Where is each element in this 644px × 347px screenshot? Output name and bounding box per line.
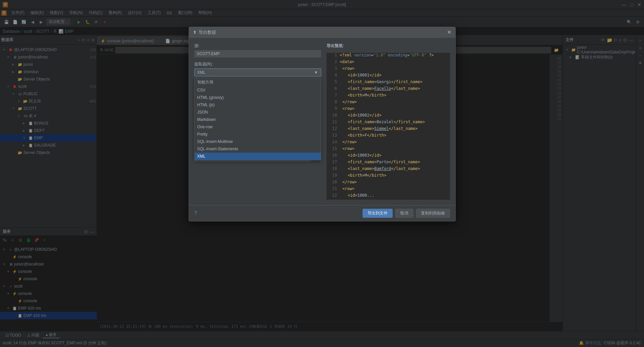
xml-line-11: 11 <first_name>Bezalel</first_name> bbox=[327, 120, 450, 126]
xml-line-4: 4 <id>10001</id> bbox=[327, 73, 450, 79]
dropdown-item-markdown[interactable]: Markdown bbox=[195, 116, 321, 123]
xml-line-13: 13 <birth>F</birth> bbox=[327, 133, 450, 140]
dropdown-item-html-js[interactable]: HTML (js) bbox=[195, 101, 321, 109]
xml-line-6: 6 <last_name>Facello</last_name> bbox=[327, 86, 450, 93]
xml-line-15: 15 <row> bbox=[327, 146, 450, 153]
extractor-dropdown: 智能方局 CSV HTML (groovy) HTML (js) JSON Ma… bbox=[194, 78, 321, 160]
xml-line-5: 5 <first_name>Georgi</first_name> bbox=[327, 79, 450, 86]
modal-title-text: 导出数据 bbox=[199, 29, 216, 35]
export-modal: ⬆ 导出数据 ✕ 源: SCOTT.EMP 提取器(R): XML ▼ bbox=[189, 27, 456, 221]
modal-overlay: ⬆ 导出数据 ✕ 源: SCOTT.EMP 提取器(R): XML ▼ bbox=[0, 0, 644, 347]
dropdown-item-sql-multirow[interactable]: SQL-Insert-Multirow bbox=[195, 138, 321, 145]
modal-body: 源: SCOTT.EMP 提取器(R): XML ▼ 智能方局 CSV bbox=[189, 38, 455, 205]
xml-line-16: 16 <id>10003</id> bbox=[327, 153, 450, 160]
extractor-group: 提取器(R): XML ▼ 智能方局 CSV HTML (groovy) HTM… bbox=[194, 61, 321, 76]
dropdown-item-one-row[interactable]: One-row bbox=[195, 123, 321, 131]
extractor-select[interactable]: XML ▼ bbox=[194, 68, 321, 76]
modal-left-panel: 源: SCOTT.EMP 提取器(R): XML ▼ 智能方局 CSV bbox=[194, 43, 321, 200]
extractor-label: 提取器(R): bbox=[194, 61, 321, 67]
xml-preview: 1 <?xml version="1.0" encoding="UTF-8" ?… bbox=[327, 53, 450, 200]
source-value: SCOTT.EMP bbox=[194, 50, 321, 57]
cancel-btn[interactable]: 取消 bbox=[395, 209, 413, 218]
xml-line-21: 21 <row> bbox=[327, 186, 450, 193]
xml-line-12: 12 <last_name>Simmel</last_name> bbox=[327, 126, 450, 133]
modal-title: ⬆ 导出数据 bbox=[193, 29, 447, 35]
xml-line-2: 2 <data> bbox=[327, 59, 450, 66]
xml-line-7: 7 <birth>M</birth> bbox=[327, 93, 450, 100]
source-group: 源: SCOTT.EMP bbox=[194, 43, 321, 57]
dropdown-arrow-icon: ▼ bbox=[314, 70, 318, 75]
dropdown-item-json[interactable]: JSON bbox=[195, 109, 321, 116]
xml-line-3: 3 <row> bbox=[327, 66, 450, 73]
dropdown-item-auto[interactable]: 智能方局 bbox=[195, 78, 321, 86]
xml-line-19: 19 <birth>M</birth> bbox=[327, 173, 450, 180]
preview-label: 导出预览: bbox=[327, 43, 450, 49]
modal-right-panel: 导出预览: 1 <?xml version="1.0" encoding="UT… bbox=[327, 43, 450, 200]
dropdown-item-sql-statements[interactable]: SQL-Insert-Statements bbox=[195, 145, 321, 153]
copy-clipboard-btn[interactable]: 复制到剪贴板 bbox=[416, 209, 450, 218]
dropdown-item-pretty[interactable]: Pretty bbox=[195, 131, 321, 138]
xml-line-8: 8 </row> bbox=[327, 100, 450, 106]
modal-title-bar: ⬆ 导出数据 ✕ bbox=[189, 27, 455, 38]
xml-line-9: 9 <row> bbox=[327, 106, 450, 113]
extractor-value: XML bbox=[197, 70, 206, 75]
xml-line-17: 17 <first_name>Parto</first_name> bbox=[327, 160, 450, 166]
extractor-select-container: XML ▼ 智能方局 CSV HTML (groovy) HTML (js) J… bbox=[194, 68, 321, 76]
modal-close-button[interactable]: ✕ bbox=[447, 29, 451, 35]
xml-line-20: 20 </row> bbox=[327, 180, 450, 186]
xml-line-18: 18 <last_name>Bamford</last_name> bbox=[327, 166, 450, 173]
source-label: 源: bbox=[194, 43, 321, 49]
modal-footer: ? 导出到文件 取消 复制到剪贴板 bbox=[189, 205, 455, 221]
dropdown-item-csv[interactable]: CSV bbox=[195, 86, 321, 94]
help-icon[interactable]: ? bbox=[194, 210, 197, 216]
xml-line-14: 14 </row> bbox=[327, 140, 450, 146]
xml-line-22: 22 <id>1000... bbox=[327, 193, 450, 200]
modal-icon: ⬆ bbox=[193, 30, 197, 35]
dropdown-item-xml[interactable]: XML bbox=[195, 153, 321, 160]
export-file-btn[interactable]: 导出到文件 bbox=[363, 209, 393, 218]
xml-line-1: 1 <?xml version="1.0" encoding="UTF-8" ?… bbox=[327, 53, 450, 59]
dropdown-item-html-groovy[interactable]: HTML (groovy) bbox=[195, 94, 321, 101]
xml-line-10: 10 <id>10002</id> bbox=[327, 113, 450, 120]
